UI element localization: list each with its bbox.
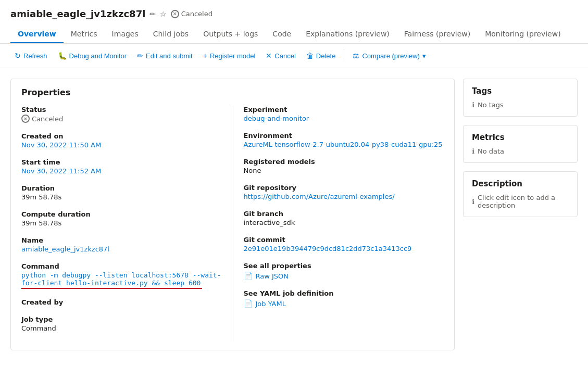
prop-git-commit: Git commit 2e91e01e19b394479c9dcd81c2dd7…	[244, 236, 444, 252]
description-card: Description ℹ Click edit icon to add a d…	[463, 171, 578, 217]
debug-monitor-button[interactable]: 🐛 Debug and Monitor	[54, 49, 131, 62]
page-title: amiable_eagle_jv1zkzc87l	[10, 8, 145, 19]
prop-git-repository: Git repository https://github.com/Azure/…	[244, 184, 444, 200]
tags-empty-text: No tags	[478, 101, 504, 109]
prop-experiment: Experiment debug-and-monitor	[244, 106, 444, 122]
metrics-card: Metrics ℹ No data	[463, 125, 578, 163]
tab-explanations[interactable]: Explanations (preview)	[298, 26, 397, 43]
prop-created-on: Created on Nov 30, 2022 11:50 AM	[21, 132, 222, 149]
compare-icon: ⚖	[353, 52, 359, 60]
properties-panel: Properties Status ✕ Canceled Created on …	[10, 79, 455, 350]
prop-environment-value[interactable]: AzureML-tensorflow-2.7-ubuntu20.04-py38-…	[244, 141, 443, 148]
prop-experiment-value[interactable]: debug-and-monitor	[244, 115, 309, 122]
tags-info-icon: ℹ	[472, 101, 474, 109]
prop-see-yaml-label: See YAML job definition	[244, 289, 444, 297]
edit-submit-button[interactable]: ✏ Edit and submit	[133, 49, 197, 62]
prop-git-branch-value: interactive_sdk	[244, 219, 444, 226]
prop-created-on-label: Created on	[21, 132, 222, 140]
delete-label: Delete	[316, 52, 336, 60]
prop-compute-duration-value: 39m 58.78s	[21, 219, 222, 227]
prop-registered-models-value: None	[244, 167, 444, 174]
prop-job-type-value: Command	[21, 324, 222, 332]
yaml-file-icon: 📄	[244, 299, 253, 308]
prop-git-commit-value[interactable]: 2e91e01e19b394479c9dcd81c2dd73c1a3413cc9	[244, 245, 412, 252]
tags-card: Tags ℹ No tags	[463, 79, 578, 117]
prop-job-type: Job type Command	[21, 315, 222, 332]
title-row: amiable_eagle_jv1zkzc87l ✏ ☆ ✕ Canceled	[10, 8, 578, 19]
prop-created-by-label: Created by	[21, 298, 222, 306]
prop-start-time-label: Start time	[21, 158, 222, 166]
description-empty-text: Click edit icon to add a description	[478, 194, 569, 209]
description-title: Description	[472, 179, 569, 188]
refresh-button[interactable]: ↻ Refresh	[10, 49, 52, 62]
tab-overview[interactable]: Overview	[10, 26, 64, 43]
canceled-icon: ✕	[171, 10, 179, 18]
prop-environment: Environment AzureML-tensorflow-2.7-ubunt…	[244, 132, 444, 148]
compare-chevron-icon: ▾	[422, 52, 426, 60]
tab-fairness[interactable]: Fairness (preview)	[397, 26, 478, 43]
prop-command-label: Command	[21, 262, 222, 270]
prop-see-yaml: See YAML job definition 📄 Job YAML	[244, 289, 444, 308]
right-sidebar: Tags ℹ No tags Metrics ℹ No data Descrip…	[463, 79, 578, 350]
edit-label: Edit and submit	[146, 52, 193, 60]
description-empty-row: ℹ Click edit icon to add a description	[472, 194, 569, 209]
yaml-link[interactable]: 📄 Job YAML	[244, 299, 444, 308]
prop-git-branch-label: Git branch	[244, 210, 444, 218]
compare-button[interactable]: ⚖ Compare (preview) ▾	[348, 49, 430, 62]
prop-start-time: Start time Nov 30, 2022 11:52 AM	[21, 158, 222, 175]
register-model-button[interactable]: + Register model	[199, 49, 260, 62]
refresh-label: Refresh	[23, 52, 47, 60]
tab-metrics[interactable]: Metrics	[64, 26, 105, 43]
cancel-button[interactable]: ✕ Cancel	[261, 49, 299, 62]
status-badge: ✕ Canceled	[171, 10, 212, 18]
page-wrapper: amiable_eagle_jv1zkzc87l ✏ ☆ ✕ Canceled …	[0, 0, 588, 392]
delete-button[interactable]: 🗑 Delete	[302, 49, 340, 62]
raw-json-link[interactable]: 📄 Raw JSON	[244, 272, 444, 280]
tab-code[interactable]: Code	[265, 26, 298, 43]
tabs-nav: Overview Metrics Images Child jobs Outpu…	[10, 26, 578, 43]
tab-images[interactable]: Images	[105, 26, 146, 43]
prop-name-value[interactable]: amiable_eagle_jv1zkzc87l	[21, 245, 109, 253]
edit-title-icon[interactable]: ✏	[149, 10, 156, 18]
tab-monitoring[interactable]: Monitoring (preview)	[478, 26, 568, 43]
status-text: Canceled	[181, 10, 212, 18]
prop-command-value: python -m debugpy --listen localhost:567…	[21, 271, 222, 287]
prop-git-commit-label: Git commit	[244, 236, 444, 244]
prop-command: Command python -m debugpy --listen local…	[21, 262, 222, 289]
command-underline	[21, 288, 202, 289]
star-icon[interactable]: ☆	[160, 10, 167, 18]
metrics-empty-row: ℹ No data	[472, 147, 569, 155]
header: amiable_eagle_jv1zkzc87l ✏ ☆ ✕ Canceled …	[0, 0, 588, 44]
job-yaml-label: Job YAML	[256, 300, 286, 308]
cancel-icon: ✕	[266, 52, 272, 60]
prop-see-all-properties: See all properties 📄 Raw JSON	[244, 262, 444, 280]
prop-name-label: Name	[21, 236, 222, 244]
prop-start-time-value: Nov 30, 2022 11:52 AM	[21, 167, 222, 175]
prop-status-label: Status	[21, 106, 222, 113]
toolbar: ↻ Refresh 🐛 Debug and Monitor ✏ Edit and…	[0, 44, 588, 68]
edit-icon: ✏	[137, 52, 143, 60]
prop-name: Name amiable_eagle_jv1zkzc87l	[21, 236, 222, 253]
tab-child-jobs[interactable]: Child jobs	[146, 26, 196, 43]
prop-created-by: Created by	[21, 298, 222, 306]
prop-job-type-label: Job type	[21, 315, 222, 323]
props-grid: Status ✕ Canceled Created on Nov 30, 202…	[21, 106, 444, 342]
prop-git-repository-value[interactable]: https://github.com/Azure/azureml-example…	[244, 193, 395, 200]
metrics-empty-text: No data	[478, 147, 504, 155]
prop-git-repository-label: Git repository	[244, 184, 444, 192]
prop-git-branch: Git branch interactive_sdk	[244, 210, 444, 226]
debug-icon: 🐛	[58, 52, 67, 60]
prop-created-on-value: Nov 30, 2022 11:50 AM	[21, 141, 222, 149]
prop-duration-value: 39m 58.78s	[21, 193, 222, 201]
prop-see-all-properties-label: See all properties	[244, 262, 444, 270]
delete-icon: 🗑	[306, 52, 314, 60]
json-file-icon: 📄	[244, 272, 253, 280]
tab-outputs-logs[interactable]: Outputs + logs	[196, 26, 265, 43]
prop-status-value: ✕ Canceled	[21, 115, 222, 123]
prop-registered-models-label: Registered models	[244, 158, 444, 166]
prop-status: Status ✕ Canceled	[21, 106, 222, 123]
debug-label: Debug and Monitor	[69, 52, 127, 60]
properties-title: Properties	[21, 87, 444, 97]
tags-title: Tags	[472, 86, 569, 96]
description-info-icon: ℹ	[472, 198, 474, 206]
